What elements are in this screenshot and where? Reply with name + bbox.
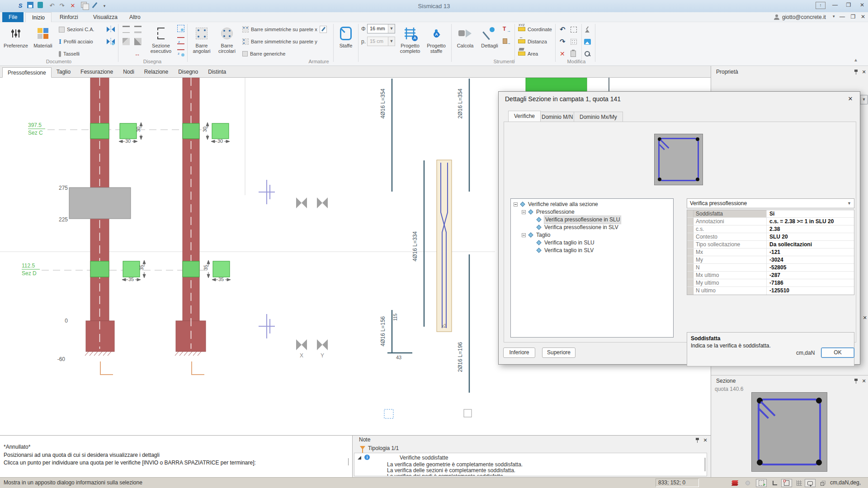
property-row[interactable]: My ultimo-7186 (687, 279, 854, 287)
pin-icon[interactable] (854, 70, 858, 75)
lamp-icon[interactable] (742, 479, 753, 487)
sezione-esecutivo-button[interactable]: Sezione esecutivo (146, 23, 175, 62)
dettagli-button[interactable]: Dettagli (478, 23, 501, 62)
property-row[interactable]: Tipo sollecitazioneDa sollecitazioni (687, 241, 854, 249)
tree-item-selected[interactable]: Verifica pressoflessione in SLU (511, 216, 673, 224)
clean-button[interactable] (584, 25, 590, 34)
barre-angolari-button[interactable]: Barre angolari (190, 23, 213, 62)
mirror-y-button[interactable] (107, 37, 115, 46)
redo-edit-button[interactable]: ↷ (560, 37, 566, 46)
barre-generiche-button[interactable]: Barre generiche (242, 49, 285, 58)
chevron-down-icon[interactable]: ▼ (860, 95, 867, 104)
clipboard-button[interactable] (571, 49, 576, 58)
layers-icon[interactable] (730, 479, 741, 487)
property-row[interactable]: N-52805 (687, 264, 854, 272)
collapse-ribbon-icon[interactable]: ▲ (854, 57, 858, 62)
tree-item[interactable]: Taglio (511, 231, 673, 239)
property-row[interactable]: Annotazionic.s. = 2.38 >= 1 in SLU 20 (687, 218, 854, 225)
barre-simmetriche-x-button[interactable]: Barre simmetriche su parete x (242, 25, 327, 34)
tree-item[interactable]: Verifica pressoflessione in SLV (511, 224, 673, 231)
close-panel-icon[interactable]: ✕ (703, 437, 708, 443)
property-row[interactable]: Mx-121 (687, 249, 854, 256)
detail-box-button[interactable] (177, 24, 184, 33)
snap-icon[interactable] (781, 479, 792, 487)
tree-item[interactable]: Verifica taglio in SLV (511, 247, 673, 254)
viewtab-nodi[interactable]: Nodi (118, 67, 139, 77)
tree-collapse-icon[interactable] (522, 233, 526, 237)
verification-selector-combo[interactable]: Verifica pressoflessione ▼ (687, 198, 854, 208)
filter-icon[interactable] (360, 446, 365, 450)
property-row[interactable]: My-3024 (687, 256, 854, 264)
property-row[interactable]: ContestoSLU 20 (687, 233, 854, 241)
draw-tool-1[interactable] (123, 25, 130, 34)
profili-acciaio-button[interactable]: I Profili acciaio (59, 37, 93, 46)
superiore-button[interactable]: Superiore (542, 347, 576, 358)
cube-icon[interactable] (817, 479, 828, 487)
delete-selection-button[interactable]: ✕ (560, 49, 565, 58)
undo-edit-button[interactable]: ↶ (560, 25, 566, 34)
edit-pen-icon[interactable] (320, 26, 327, 33)
grid-icon[interactable] (794, 479, 805, 487)
viewtab-taglio[interactable]: Taglio (52, 67, 75, 77)
close-panel-icon[interactable]: ✕ (861, 69, 867, 75)
close-panel-icon[interactable]: ✕ (861, 378, 867, 384)
add-to-selection-icon[interactable]: + (756, 479, 767, 487)
close-icon[interactable]: ✕ (857, 1, 867, 9)
dialog-tab-dominio-mxmy[interactable]: Dominio Mx/My (574, 112, 623, 122)
export-page-button[interactable]: → (503, 37, 510, 46)
export-text-button[interactable]: T→ (503, 25, 510, 34)
tree-collapse-icon[interactable] (522, 210, 526, 214)
viewtab-relazione[interactable]: Relazione (139, 67, 173, 77)
ribbon-pin-icon[interactable]: ↑ (816, 2, 826, 9)
tooltip-icon[interactable] (805, 479, 816, 487)
draw-tool-3[interactable] (134, 25, 142, 34)
hidden-panel-close-icon[interactable]: ✕ (862, 315, 868, 320)
tab-visualizza[interactable]: Visualizza (87, 12, 124, 22)
doc-restore-icon[interactable]: ❐ (848, 13, 858, 21)
minimize-icon[interactable]: — (830, 1, 840, 9)
ortho-icon[interactable] (769, 479, 780, 487)
coordinate-button[interactable]: XYZ Coordinate (518, 25, 552, 34)
command-line-panel[interactable]: *Annullato* Posizionarsi ad una quota di… (0, 435, 352, 477)
sezioni-ca-button[interactable]: Sezioni C.A. (59, 25, 94, 34)
chevron-down-icon[interactable]: ▼ (388, 24, 395, 33)
doc-close-icon[interactable]: ✕ (858, 13, 868, 21)
viewtab-disegno[interactable]: Disegno (173, 67, 203, 77)
tab-inizio[interactable]: Inizio (25, 12, 52, 22)
distanza-button[interactable]: ↔ Distanza (518, 37, 547, 46)
tab-rinforzi[interactable]: Rinforzi (53, 12, 85, 22)
restore-icon[interactable]: ❐ (844, 1, 854, 9)
scrollbar-thumb[interactable] (704, 458, 706, 471)
zoom-button[interactable] (584, 49, 590, 58)
level-dim-button[interactable]: z (177, 36, 184, 45)
pin-icon[interactable] (854, 379, 858, 384)
dialog-close-icon[interactable]: ✕ (848, 96, 853, 102)
level-dim2-button[interactable]: z (177, 48, 184, 57)
chevron-down-icon[interactable]: ▼ (388, 37, 395, 46)
inferiore-button[interactable]: Inferiore (503, 347, 535, 358)
diameter-combo[interactable]: 16 mm▼ (367, 24, 395, 33)
property-row[interactable]: N ultimo-125510 (687, 287, 854, 295)
tree-collapse-icon[interactable] (514, 202, 518, 206)
draw-tool-stretch[interactable]: ↔ (134, 49, 140, 58)
pitch-combo[interactable]: 15 cm▼ (367, 37, 395, 46)
property-row[interactable]: c.s.2.38 (687, 225, 854, 233)
tasselli-button[interactable]: Tasselli (59, 49, 80, 58)
barre-circolari-button[interactable]: Barre circolari (215, 23, 239, 62)
pin-icon[interactable] (695, 438, 699, 443)
tree-item[interactable]: Pressoflessione (511, 208, 673, 216)
user-chevron-down-icon[interactable]: ▾ (833, 14, 835, 19)
tree-item[interactable]: Verifiche relative alla sezione (511, 201, 673, 208)
viewtab-pressoflessione[interactable]: Pressoflessione (2, 67, 52, 78)
doc-minimize-icon[interactable]: — (837, 13, 847, 21)
tree-item[interactable]: Verifica taglio in SLU (511, 239, 673, 247)
tab-altro[interactable]: Altro (123, 12, 147, 22)
dialog-tab-verifiche[interactable]: Verifiche (508, 111, 541, 122)
mirror-x-button[interactable] (107, 25, 115, 34)
selection-rect-button[interactable] (571, 25, 577, 34)
draw-tool-2[interactable] (123, 37, 130, 46)
viewtab-distinta[interactable]: Distinta (203, 67, 231, 77)
barre-simmetriche-y-button[interactable]: Barre simmetriche su parete y (242, 37, 317, 46)
image-button[interactable] (584, 37, 591, 46)
materiali-button[interactable]: Materiali (31, 23, 55, 62)
